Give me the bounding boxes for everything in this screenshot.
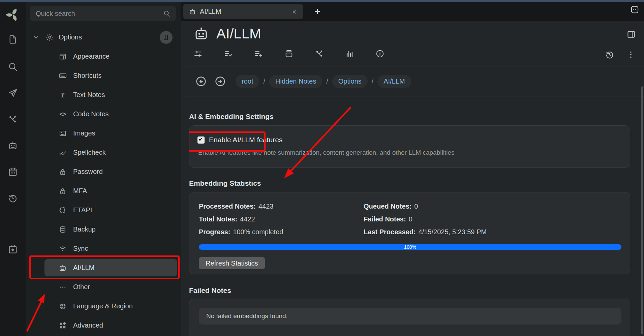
puzzle-icon [58,206,67,214]
back-button[interactable] [195,75,207,87]
quick-search[interactable] [30,6,176,21]
tree-item-shortcuts[interactable]: Shortcuts [26,66,181,85]
note-tree: Options Appearance Shortcuts T Text Note… [26,28,181,335]
stat-processed-notes: Processed Notes:4423 [199,203,364,215]
chat-bubble-icon[interactable] [630,5,639,14]
vertical-scrollbar[interactable] [641,86,643,334]
tree-item-label: Images [73,129,95,137]
info-icon[interactable] [375,49,385,58]
tree-item-label: AI/LLM [73,264,94,272]
breadcrumb-item-root[interactable]: root [236,75,259,88]
forward-button[interactable] [214,75,226,87]
wifi-icon [58,245,67,253]
enable-ai-checkbox[interactable] [197,136,205,144]
relation-map-icon[interactable] [8,114,18,124]
tree-item-backup[interactable]: Backup [26,220,181,239]
tree-item-label: Language & Region [73,302,133,310]
lock-icon [58,168,67,176]
breadcrumb-separator: / [263,78,265,85]
gear-icon [45,33,54,41]
ai-settings-card: Enable AI/LLM features Enable AI feature… [189,125,630,168]
search-icon [163,10,171,17]
today-note-icon[interactable] [8,244,18,254]
embedding-statistics-card: Processed Notes:4423 Queued Notes:0 Tota… [189,192,630,274]
tree-item-label: Appearance [73,53,110,60]
enable-ai-checkbox-row[interactable]: Enable AI/LLM features [197,136,622,144]
tree-item-advanced[interactable]: Advanced [26,316,181,335]
tree-item-other[interactable]: Other [26,277,181,297]
failed-notes-empty-message: No failed embeddings found. [199,308,621,325]
trilium-logo [5,7,20,22]
tree-item-label: Text Notes [73,91,105,99]
chevron-down-icon[interactable] [32,34,40,41]
refresh-statistics-button[interactable]: Refresh Statistics [199,257,265,269]
section-heading-embedding-statistics: Embedding Statistics [189,179,630,187]
failed-notes-card: No failed embeddings found. [189,299,630,336]
tree-item-label: ETAPI [73,206,92,214]
grid-icon [58,322,67,330]
tree-item-label: Spellcheck [73,149,106,156]
layout-icon [58,53,67,61]
main-pane: AI/LLM AI/LLM [181,2,644,336]
lock-icon [58,187,67,195]
relations-icon[interactable] [315,49,324,58]
list-add-icon[interactable] [254,49,263,58]
tree-item-language-region[interactable]: Language & Region [26,297,181,316]
enable-ai-checkbox-label[interactable]: Enable AI/LLM features [209,136,282,144]
tree-item-ai-llm[interactable]: AI/LLM [26,258,181,277]
list-check-icon[interactable] [224,49,233,58]
ai-chat-icon[interactable] [8,141,18,151]
database-icon [58,225,67,234]
tab-ai-llm[interactable]: AI/LLM [183,4,303,19]
stats-icon[interactable] [345,49,354,58]
tree-item-options[interactable]: Options [26,28,181,47]
text-icon: T [58,91,67,99]
recent-changes-icon[interactable] [8,193,18,203]
basic-properties-icon[interactable] [193,49,203,58]
archive-icon[interactable] [284,49,294,58]
tree-item-spellcheck[interactable]: Spellcheck [26,143,181,162]
split-pane-icon[interactable] [626,30,636,39]
breadcrumb-item-hidden-notes[interactable]: Hidden Notes [269,75,322,88]
new-tab-button[interactable] [313,7,321,16]
toolbar-divider [185,66,644,66]
tree-item-text-notes[interactable]: T Text Notes [26,85,181,104]
tree-item-appearance[interactable]: Appearance [26,47,181,66]
tree-item-password[interactable]: Password [26,162,181,181]
hide-tree-button[interactable] [160,31,173,44]
ribbon-toolbar [193,49,385,58]
tree-item-code-notes[interactable]: <> Code Notes [26,104,181,124]
ellipsis-icon [58,283,67,291]
settings-content: AI & Embedding Settings Enable AI/LLM fe… [189,96,630,336]
new-note-icon[interactable] [8,34,18,44]
close-tab-icon[interactable] [292,8,297,16]
stat-progress: Progress:100% completed [199,228,364,241]
tree-item-label: Options [59,33,82,41]
breadcrumb-item-options[interactable]: Options [332,75,368,88]
tab-label: AI/LLM [200,8,221,16]
note-header: AI/LLM [193,26,261,42]
trilium-app-window: Options Appearance Shortcuts T Text Note… [0,0,644,336]
search-icon[interactable] [8,62,18,72]
tree-item-etapi[interactable]: ETAPI [26,201,181,220]
stat-total-notes: Total Notes:4422 [199,215,364,228]
tree-item-images[interactable]: Images [26,124,181,143]
quick-search-input[interactable] [35,9,163,18]
keyboard-icon [58,71,67,80]
tree-item-sync[interactable]: Sync [26,239,181,258]
breadcrumb-item-ai-llm[interactable]: AI/LLM [377,75,411,88]
breadcrumb-separator: / [326,78,328,85]
breadcrumb: root / Hidden Notes / Options / AI/LLM [195,71,644,92]
robot-icon [189,8,196,16]
code-icon: <> [58,111,67,117]
note-revisions-icon[interactable] [605,50,614,59]
tab-bar: AI/LLM [181,2,644,21]
breadcrumb-separator: / [372,78,374,85]
kebab-menu-icon[interactable] [626,50,636,59]
note-title[interactable]: AI/LLM [216,26,261,42]
section-heading-failed-notes: Failed Notes [189,286,630,295]
tree-item-label: Shortcuts [73,72,101,80]
tree-item-mfa[interactable]: MFA [26,181,181,201]
jump-to-icon[interactable] [8,88,18,98]
calendar-icon[interactable] [8,167,18,177]
